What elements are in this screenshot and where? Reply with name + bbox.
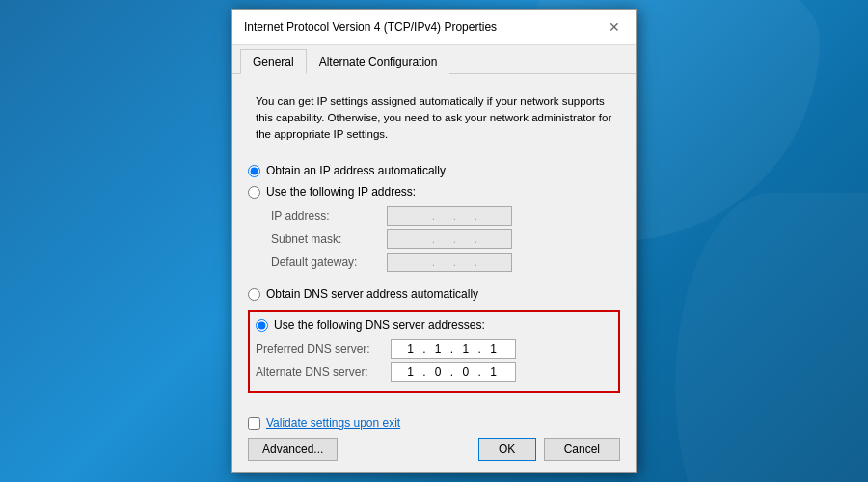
- dns-manual-radio-label[interactable]: Use the following DNS server addresses:: [256, 316, 612, 334]
- dialog-bottom: Validate settings upon exit Advanced... …: [232, 409, 636, 472]
- validate-label[interactable]: Validate settings upon exit: [266, 416, 400, 430]
- tab-general[interactable]: General: [240, 49, 307, 74]
- tab-bar: General Alternate Configuration: [232, 45, 636, 74]
- dns-manual-radio[interactable]: [256, 319, 268, 332]
- ip-fields-section: IP address: Subnet mask: Default gateway…: [271, 206, 620, 272]
- subnet-mask-row: Subnet mask:: [271, 229, 620, 249]
- ip-address-input[interactable]: [387, 206, 512, 226]
- close-button[interactable]: ✕: [605, 17, 624, 37]
- alternate-dns-input[interactable]: [391, 362, 516, 382]
- advanced-button[interactable]: Advanced...: [248, 438, 338, 461]
- gateway-input[interactable]: [387, 253, 512, 272]
- preferred-dns-label: Preferred DNS server:: [256, 342, 391, 356]
- ip-manual-label: Use the following IP address:: [266, 185, 416, 199]
- ip-manual-radio-label[interactable]: Use the following IP address:: [248, 183, 620, 201]
- preferred-dns-row: Preferred DNS server:: [256, 339, 612, 359]
- dns-fields-section: Preferred DNS server: Alternate DNS serv…: [256, 339, 612, 382]
- subnet-mask-label: Subnet mask:: [271, 232, 387, 246]
- title-bar: Internet Protocol Version 4 (TCP/IPv4) P…: [232, 10, 636, 45]
- dns-highlighted-section: Use the following DNS server addresses: …: [248, 310, 620, 393]
- validate-checkbox[interactable]: [248, 417, 260, 430]
- ip-manual-radio-group: Use the following IP address:: [248, 183, 620, 201]
- alternate-dns-row: Alternate DNS server:: [256, 362, 612, 382]
- cancel-button[interactable]: Cancel: [544, 438, 620, 461]
- ok-button[interactable]: OK: [478, 438, 536, 461]
- dialog-content: You can get IP settings assigned automat…: [232, 74, 636, 410]
- dns-auto-radio[interactable]: [248, 288, 260, 301]
- ip-auto-radio[interactable]: [248, 165, 260, 177]
- preferred-dns-input[interactable]: [391, 339, 516, 359]
- description-text: You can get IP settings assigned automat…: [248, 86, 620, 151]
- ip-address-label: IP address:: [271, 209, 387, 223]
- dns-auto-radio-group: Obtain DNS server address automatically: [248, 285, 620, 303]
- dns-auto-label: Obtain DNS server address automatically: [266, 287, 478, 301]
- gateway-label: Default gateway:: [271, 255, 387, 269]
- button-row: Advanced... OK Cancel: [248, 438, 620, 461]
- validate-row: Validate settings upon exit: [248, 416, 620, 430]
- ip-auto-radio-group: Obtain an IP address automatically: [248, 162, 620, 179]
- alternate-dns-label: Alternate DNS server:: [256, 365, 391, 379]
- tab-alternate-config[interactable]: Alternate Configuration: [307, 49, 450, 74]
- dns-manual-radio-group: Use the following DNS server addresses:: [256, 316, 612, 334]
- dns-auto-radio-label[interactable]: Obtain DNS server address automatically: [248, 285, 620, 303]
- dialog-title: Internet Protocol Version 4 (TCP/IPv4) P…: [244, 20, 497, 34]
- ip-auto-radio-label[interactable]: Obtain an IP address automatically: [248, 162, 620, 179]
- dns-manual-label: Use the following DNS server addresses:: [274, 318, 485, 332]
- ip-address-row: IP address:: [271, 206, 620, 226]
- dialog-window: Internet Protocol Version 4 (TCP/IPv4) P…: [231, 9, 637, 474]
- gateway-row: Default gateway:: [271, 253, 620, 272]
- ip-auto-label: Obtain an IP address automatically: [266, 164, 446, 177]
- subnet-mask-input[interactable]: [387, 229, 512, 249]
- ip-manual-radio[interactable]: [248, 186, 260, 199]
